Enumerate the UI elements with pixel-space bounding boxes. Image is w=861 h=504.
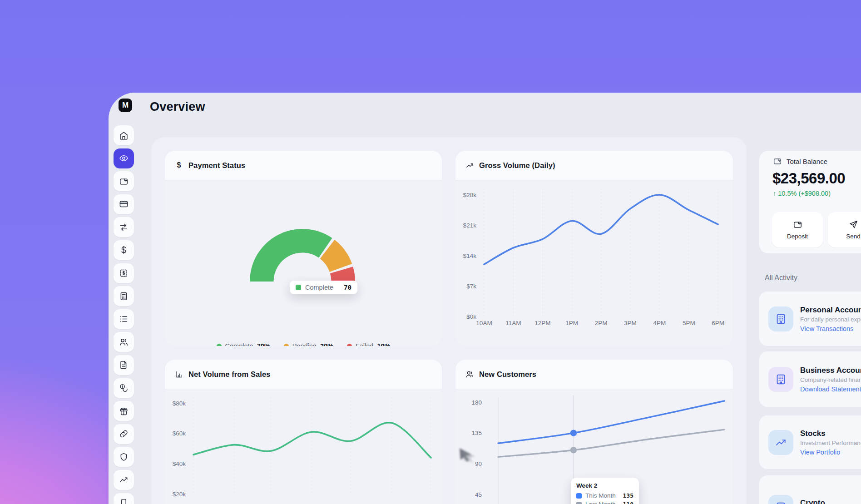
tooltip-value: 70 — [344, 284, 351, 291]
legend-value: 10% — [377, 342, 390, 346]
last-month-swatch-icon — [576, 502, 582, 504]
calculator-icon — [119, 292, 129, 301]
dollar-icon — [119, 245, 129, 255]
complete-swatch-icon — [296, 285, 301, 290]
shield-icon — [119, 452, 129, 462]
activity-card-stocks[interactable]: StocksInvestment PerformanceView Portfol… — [759, 415, 861, 469]
wallet-icon — [793, 220, 802, 229]
sidebar-item-credit-card[interactable] — [114, 194, 134, 214]
svg-text:$28k: $28k — [463, 192, 477, 198]
gross-volume-chart[interactable]: $28k$21k$14k$7k$0k10AM11AM12PM1PM2PM3PM4… — [455, 180, 733, 346]
activity-card-personal-account[interactable]: Personal AccountFor daily personal expen… — [759, 292, 861, 346]
coins-icon — [119, 383, 129, 393]
sidebar-item-link[interactable] — [114, 424, 134, 444]
gift-icon — [119, 406, 129, 416]
svg-text:1PM: 1PM — [565, 320, 578, 326]
activity-icon-box — [768, 306, 793, 331]
legend-label: Complete — [225, 342, 253, 346]
activity-title: Business Account — [800, 366, 861, 375]
sidebar-item-smartphone[interactable] — [114, 493, 134, 504]
activity-subtitle: Company-related finances — [800, 376, 861, 383]
activity-text: Personal AccountFor daily personal expen… — [800, 306, 861, 332]
send-button[interactable]: Send — [828, 212, 861, 247]
activity-title: Personal Account — [800, 306, 861, 315]
activity-text: StocksInvestment PerformanceView Portfol… — [800, 429, 861, 456]
activity-heading: All Activity — [765, 274, 797, 282]
activity-subtitle: For daily personal expenses — [800, 316, 861, 323]
wallet-icon — [773, 157, 782, 166]
sidebar-item-dollar[interactable] — [114, 240, 134, 260]
activity-text: CryptoWallet & Exchange — [800, 499, 852, 504]
activity-link[interactable]: Download Statements — [800, 385, 861, 393]
legend-label: Failed — [356, 342, 374, 346]
svg-text:$80k: $80k — [173, 400, 186, 407]
payment-status-header: $ Payment Status — [165, 151, 442, 180]
legend-item-pending: Pending20% — [284, 342, 333, 346]
svg-text:10AM: 10AM — [476, 320, 492, 326]
balance-label: Total Balance — [787, 158, 827, 165]
action-label: Send — [846, 233, 861, 240]
home-icon — [119, 131, 129, 140]
legend-value: 20% — [320, 342, 333, 346]
svg-text:$14k: $14k — [463, 252, 477, 259]
sidebar-item-list[interactable] — [114, 309, 134, 329]
sidebar-item-coins[interactable] — [114, 378, 134, 398]
legend-dot-icon — [347, 344, 352, 346]
activity-card-business-account[interactable]: Business AccountCompany-related finances… — [759, 351, 861, 407]
legend-item-complete: Complete70% — [217, 342, 270, 346]
sidebar-item-transfer[interactable] — [114, 217, 134, 237]
building-icon — [775, 313, 787, 325]
send-icon — [849, 220, 858, 229]
sidebar-item-home[interactable] — [114, 125, 134, 145]
card-title: Gross Volume (Daily) — [479, 161, 555, 170]
payment-status-body: Complete 70 Complete70%Pending20%Failed1… — [165, 180, 442, 346]
net-volume-body: $80k$60k$40k$20k — [165, 389, 442, 504]
activity-text: Business AccountCompany-related finances… — [800, 366, 861, 393]
payment-status-card: $ Payment Status Complete 70 Complete70%… — [165, 151, 442, 346]
svg-text:$7k: $7k — [466, 283, 476, 290]
svg-text:12PM: 12PM — [534, 320, 550, 326]
sidebar-item-eye[interactable] — [114, 148, 134, 168]
payment-status-gauge[interactable] — [165, 180, 442, 346]
new-customers-body: 1801359045Week 1Week 2Week 3Week 4 Week … — [455, 389, 733, 504]
svg-text:11AM: 11AM — [505, 320, 521, 326]
card-title: New Customers — [479, 370, 536, 379]
sidebar-item-users[interactable] — [114, 332, 134, 352]
gross-volume-header: Gross Volume (Daily) — [455, 151, 733, 180]
sidebar-item-shield[interactable] — [114, 447, 134, 467]
legend-dot-icon — [217, 344, 222, 346]
activity-card-crypto[interactable]: CryptoWallet & Exchange — [759, 475, 861, 504]
svg-text:$60k: $60k — [173, 430, 186, 437]
tooltip-title: Week 2 — [576, 482, 633, 489]
activity-icon-box — [768, 430, 793, 455]
card-title: Net Volume from Sales — [188, 370, 271, 379]
deposit-button[interactable]: Deposit — [772, 212, 823, 247]
activity-title: Stocks — [800, 429, 861, 438]
gauge-tooltip: Complete 70 — [290, 281, 357, 294]
page-title: Overview — [150, 100, 205, 114]
gross-volume-body: $28k$21k$14k$7k$0k10AM11AM12PM1PM2PM3PM4… — [455, 180, 733, 346]
wallet-icon — [119, 177, 129, 186]
file-icon — [119, 360, 129, 370]
activity-link[interactable]: View Transactions — [800, 325, 861, 332]
sidebar-item-gift[interactable] — [114, 401, 134, 421]
balance-amount: $23,569.00 — [772, 170, 845, 187]
credit-card-icon — [119, 199, 129, 209]
net-volume-header: Net Volume from Sales — [165, 360, 442, 389]
eye-icon — [119, 153, 129, 163]
svg-text:180: 180 — [471, 399, 482, 406]
users-icon — [465, 370, 474, 379]
this-month-swatch-icon — [576, 493, 582, 499]
sidebar-item-trending-up[interactable] — [114, 470, 134, 490]
sidebar-item-calculator[interactable] — [114, 286, 134, 306]
activity-link[interactable]: View Portfolio — [800, 449, 861, 456]
app-logo[interactable]: M — [119, 99, 132, 112]
action-label: Deposit — [787, 233, 808, 240]
tooltip-row: This Month 135 — [576, 492, 633, 499]
card-title: Payment Status — [188, 161, 245, 170]
sidebar-item-invoice[interactable] — [114, 263, 134, 283]
sidebar-item-wallet[interactable] — [114, 171, 134, 191]
sidebar-item-file[interactable] — [114, 355, 134, 375]
activity-title: Crypto — [800, 499, 852, 504]
net-volume-chart[interactable]: $80k$60k$40k$20k — [165, 389, 442, 504]
